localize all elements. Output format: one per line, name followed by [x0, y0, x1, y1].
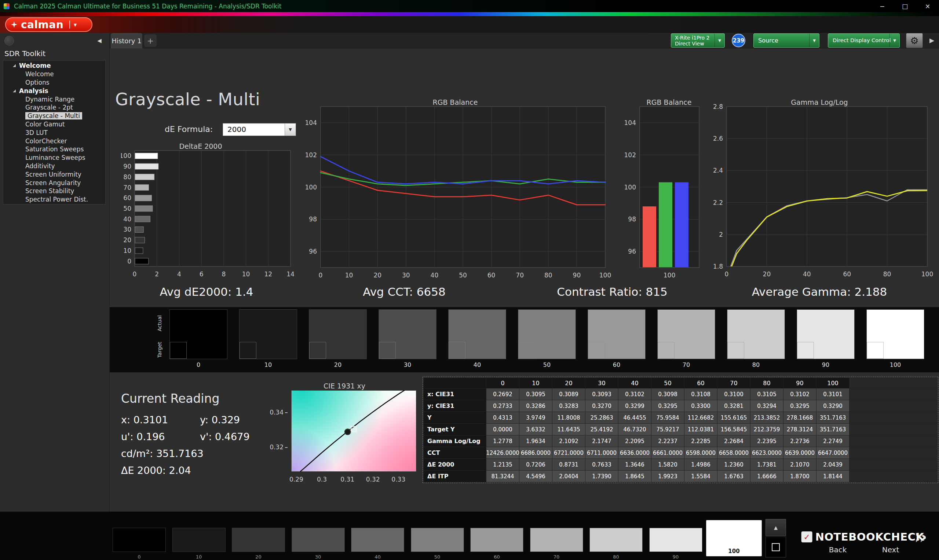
svg-text:2.4: 2.4: [713, 167, 723, 174]
sidebar-item-luminance-sweeps[interactable]: Luminance Sweeps: [3, 154, 105, 162]
sidebar-item-screen-angularity[interactable]: Screen Angularity: [3, 178, 105, 187]
sidebar-collapse-button[interactable]: ◀: [94, 36, 105, 45]
sidebar-item-label: Screen Angularity: [25, 179, 81, 186]
svg-text:6: 6: [199, 271, 204, 278]
sidebar-item-spectral-power-dist-[interactable]: Spectral Power Dist.: [3, 195, 105, 204]
table-value: 2.2095: [618, 435, 651, 447]
gray-level-button-50[interactable]: [411, 528, 464, 552]
meter-count-badge: 239: [732, 34, 745, 47]
gray-level-button-100[interactable]: 100: [706, 520, 762, 556]
svg-text:100: 100: [599, 272, 611, 279]
gray-level-button-30[interactable]: [291, 528, 345, 552]
svg-text:98: 98: [309, 215, 317, 223]
gray-level-button-90[interactable]: [649, 528, 702, 552]
de-formula-dropdown[interactable]: 2000 ▼: [223, 123, 296, 136]
swatch-level-label: 100: [867, 362, 924, 368]
panel-expand-button[interactable]: ▶: [930, 37, 934, 44]
expander-icon[interactable]: [13, 64, 16, 67]
sidebar-tree: WelcomeWelcomeOptionsAnalysisDynamic Ran…: [3, 60, 106, 205]
sidebar-item-label: Grayscale - 2pt: [25, 104, 73, 111]
sidebar-item-welcome[interactable]: Welcome: [3, 62, 105, 70]
svg-text:80: 80: [544, 272, 552, 279]
actual-row-label: Actual: [157, 310, 165, 337]
gray-level-button-0[interactable]: [113, 528, 166, 552]
table-value: 2.2749: [817, 435, 849, 447]
toolkit-header: SDR Toolkit: [5, 49, 45, 58]
table-value: 1.2360: [717, 459, 750, 470]
maximize-button[interactable]: □: [894, 0, 916, 12]
tab-history-1[interactable]: History 1: [111, 33, 142, 48]
table-value: 155.6165: [717, 412, 750, 423]
table-value: 2.0404: [552, 471, 585, 482]
svg-text:2: 2: [719, 231, 723, 238]
settings-gear-button[interactable]: ⚙: [906, 33, 923, 48]
chevron-down-icon: ▼: [890, 34, 899, 47]
sidebar-item-grayscale-multi[interactable]: Grayscale - Multi: [3, 112, 105, 120]
gray-level-button-70[interactable]: [530, 528, 583, 552]
minimize-button[interactable]: −: [871, 0, 894, 12]
target-patch: [449, 342, 466, 359]
cie-y-tick-label: 0.32: [265, 443, 288, 451]
sidebar-item-colorchecker[interactable]: ColorChecker: [3, 137, 105, 145]
gray-level-button-20[interactable]: [232, 528, 285, 552]
svg-text:0: 0: [127, 258, 131, 265]
swatch-level-label: 40: [448, 362, 506, 368]
sidebar-item-dynamic-range[interactable]: Dynamic Range: [3, 95, 105, 103]
table-value: 0.7633: [585, 459, 618, 470]
table-value: 12426.0000: [486, 447, 519, 458]
table-value: 6639.0000: [783, 447, 816, 458]
gray-level-button-80[interactable]: [589, 528, 643, 552]
target-patch: [727, 342, 744, 359]
table-value: 0.3294: [751, 400, 783, 412]
svg-text:50: 50: [123, 205, 131, 212]
sidebar-item-screen-uniformity[interactable]: Screen Uniformity: [3, 170, 105, 178]
display-control-dropdown[interactable]: Direct Display Control ▼: [828, 33, 900, 48]
table-value: 2.1070: [783, 459, 816, 470]
home-circle-button[interactable]: [5, 36, 14, 45]
sidebar-item-additivity[interactable]: Additivity: [3, 162, 105, 171]
check-icon: ✓: [803, 532, 810, 542]
gray-level-button-10[interactable]: [173, 528, 225, 552]
level-label: 10: [173, 554, 225, 560]
expander-icon[interactable]: [13, 89, 16, 92]
sidebar-item-options[interactable]: Options: [3, 78, 105, 87]
source-dropdown[interactable]: Source ▼: [753, 33, 819, 48]
cie-x-tick-label: 0.31: [336, 476, 358, 483]
add-tab-button[interactable]: +: [144, 34, 157, 47]
sidebar-item-screen-stability[interactable]: Screen Stability: [3, 187, 105, 195]
watermark-text: NOTEBOOKCHECK: [816, 531, 924, 543]
gray-level-button-60[interactable]: [470, 528, 523, 552]
pattern-window-button[interactable]: [765, 537, 786, 557]
table-value: 278.3124: [783, 424, 816, 435]
meter-dropdown[interactable]: X-Rite i1Pro 2 Direct View ▼: [671, 33, 725, 48]
sidebar-item-grayscale-2pt[interactable]: Grayscale - 2pt: [3, 103, 105, 112]
svg-text:4: 4: [177, 271, 181, 278]
table-value: 3.6332: [520, 424, 552, 435]
table-row-label: Y: [424, 412, 486, 423]
sidebar-item-welcome[interactable]: Welcome: [3, 70, 105, 78]
sidebar-item-3d-lut[interactable]: 3D LUT: [3, 128, 105, 137]
grayscale-strip: Actual Target 0102030405060708090100: [109, 307, 939, 372]
table-filler: [850, 435, 937, 447]
sidebar-item-label: Dynamic Range: [25, 95, 74, 103]
table-value: 0.3102: [783, 388, 816, 400]
close-button[interactable]: ×: [916, 0, 939, 12]
table-value: 6623.0000: [751, 447, 783, 458]
pattern-up-button[interactable]: ▴: [765, 519, 786, 536]
next-button[interactable]: Next: [882, 545, 899, 554]
swatch-level-label: 50: [518, 362, 576, 368]
table-value: 1.2135: [486, 459, 519, 470]
table-value: 2.2736: [783, 435, 816, 447]
sidebar-item-analysis[interactable]: Analysis: [3, 86, 105, 95]
back-button[interactable]: Back: [829, 545, 847, 554]
sidebar-item-color-gamut[interactable]: Color Gamut: [3, 120, 105, 129]
reading-y: y: 0.329: [200, 414, 240, 426]
table-value: 1.2778: [486, 435, 519, 447]
cie-chart: [291, 390, 416, 472]
calman-menu-button[interactable]: calman ▾: [5, 17, 93, 32]
sidebar-item-saturation-sweeps[interactable]: Saturation Sweeps: [3, 145, 105, 154]
sidebar-item-label: Color Gamut: [25, 121, 65, 128]
table-value: 11.6435: [552, 424, 585, 435]
table-value: 1.7381: [751, 459, 783, 470]
gray-level-button-40[interactable]: [351, 528, 404, 552]
